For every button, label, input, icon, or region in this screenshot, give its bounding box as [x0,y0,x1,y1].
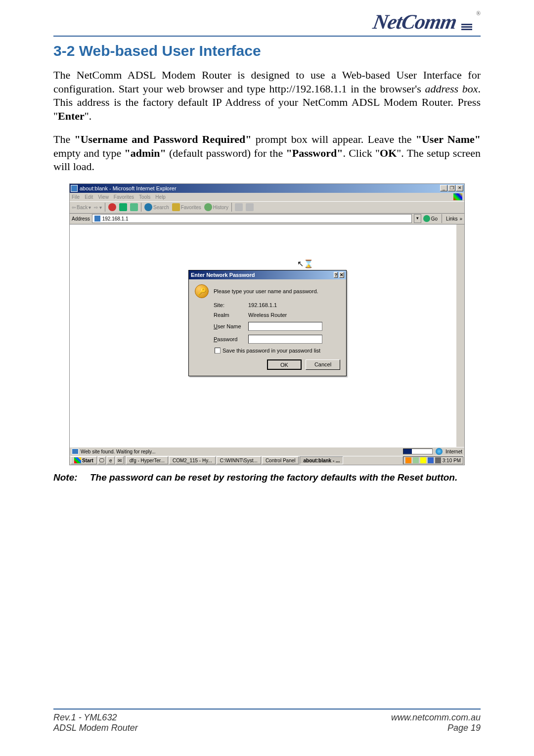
footer-page: Page 19 [391,723,481,733]
username-label: User Name [214,323,248,329]
password-dialog: Enter Network Password ? ✕ 🔑 Please type… [188,270,347,376]
window-titlebar: about:blank - Microsoft Internet Explore… [70,184,464,193]
menu-tools[interactable]: Tools [139,194,150,200]
task-button-active[interactable]: about:blank - ... [300,456,343,464]
forward-button[interactable]: ⇨ ▾ [94,205,102,210]
note-label: Note: [53,472,90,483]
quicklaunch-ie-icon[interactable]: e [107,456,115,464]
favorites-button[interactable]: Favorites [172,203,201,211]
address-label: Address [72,216,90,222]
status-text: Web site found. Waiting for reply... [81,449,156,454]
menu-view[interactable]: View [98,194,109,200]
menu-favorites[interactable]: Favorites [114,194,134,200]
search-button[interactable]: Search [144,203,169,211]
address-bar: Address 192.168.1.1 ▾ Go Links » [70,214,464,224]
task-button[interactable]: COM2_115 - Hy... [169,456,216,464]
task-button[interactable]: C:\WINNT\Syst... [217,456,261,464]
stop-icon[interactable] [108,203,116,211]
address-dropdown[interactable]: ▾ [414,214,421,223]
cursor-wait-icon: ↖⌛ [297,259,313,268]
mail-icon[interactable] [235,203,243,211]
taskbar: Start 🖵 e ✉ dfg - HyperTer... COM2_115 -… [70,456,464,465]
tray-icon[interactable] [428,457,434,463]
footer-url: www.netcomm.com.au [391,712,481,723]
section-heading: 3-2 Web-based User Interface [53,43,481,59]
site-label: Site: [214,302,248,308]
start-flag-icon [74,457,81,463]
menu-file[interactable]: File [72,194,80,200]
links-chevron[interactable]: » [459,216,462,222]
intro-paragraph-2: The "Username and Password Required" pro… [53,133,481,174]
progress-bar [403,448,433,454]
internet-zone-icon [436,448,443,455]
footer-rev: Rev.1 - YML632 [53,712,138,723]
start-button[interactable]: Start [71,456,97,464]
ok-button[interactable]: OK [267,359,302,370]
links-label[interactable]: Links [446,216,457,222]
site-value: 192.168.1.1 [248,302,277,308]
password-input[interactable] [248,335,322,344]
system-tray: 3:10 PM [403,456,463,464]
back-button[interactable]: ⇦ Back ▾ [72,205,91,210]
key-icon: 🔑 [195,284,209,298]
toolbar: ⇦ Back ▾ ⇨ ▾ Search Favorites History [70,202,464,214]
close-button[interactable]: ✕ [456,185,463,191]
clock: 3:10 PM [443,458,461,463]
password-label: Password [214,336,248,342]
quicklaunch-desktop-icon[interactable]: 🖵 [98,456,106,464]
brand-logo: NetComm ® [53,10,481,34]
internet-zone-label: Internet [445,449,462,454]
address-input[interactable]: 192.168.1.1 [92,214,412,223]
home-icon[interactable] [130,203,138,211]
menu-bar: File Edit View Favorites Tools Help [70,193,464,202]
address-value: 192.168.1.1 [102,216,129,222]
ie-icon [71,185,78,192]
tray-icon[interactable] [435,457,441,463]
dialog-close-button[interactable]: ✕ [339,272,344,278]
tray-volume-icon[interactable] [420,457,426,463]
realm-label: Realm [214,312,248,318]
minimize-button[interactable]: _ [440,185,447,191]
status-page-icon [72,448,79,454]
username-input[interactable] [248,322,322,331]
dialog-title: Enter Network Password [191,272,255,278]
realm-value: Wireless Router [248,312,287,318]
page-footer: Rev.1 - YML632 ADSL Modem Router www.net… [53,709,481,733]
note-block: Note: The password can be reset by resto… [53,472,481,483]
note-text: The password can be reset by restoring t… [90,472,457,483]
window-title: about:blank - Microsoft Internet Explore… [80,185,177,191]
dialog-prompt: Please type your user name and password. [214,288,318,294]
task-button[interactable]: dfg - HyperTer... [126,456,168,464]
footer-product: ADSL Modem Router [53,723,138,733]
save-password-checkbox[interactable]: Save this password in your password list [215,348,340,354]
tray-icon[interactable] [413,457,419,463]
print-icon[interactable] [246,203,254,211]
menu-help[interactable]: Help [155,194,166,200]
status-bar: Web site found. Waiting for reply... Int… [70,447,464,456]
go-button[interactable]: Go [423,215,438,222]
browser-viewport: ↖⌛ Enter Network Password ? ✕ 🔑 Please t… [70,224,464,457]
dialog-titlebar: Enter Network Password ? ✕ [189,270,346,279]
cancel-button[interactable]: Cancel [306,359,340,370]
intro-paragraph-1: The NetComm ADSL Modem Router is designe… [53,68,481,123]
quicklaunch-outlook-icon[interactable]: ✉ [116,456,124,464]
header-rule [53,36,481,37]
dialog-help-button[interactable]: ? [334,272,338,278]
windows-logo-icon [453,193,462,200]
refresh-icon[interactable] [119,203,127,211]
page-icon [94,215,101,222]
tray-icon[interactable] [405,457,411,463]
checkbox-icon [215,348,221,354]
history-button[interactable]: History [204,203,228,211]
go-icon [423,215,430,222]
browser-screenshot: about:blank - Microsoft Internet Explore… [69,183,465,465]
task-button[interactable]: Control Panel [262,456,299,464]
maximize-button[interactable]: ❐ [448,185,455,191]
menu-edit[interactable]: Edit [85,194,93,200]
